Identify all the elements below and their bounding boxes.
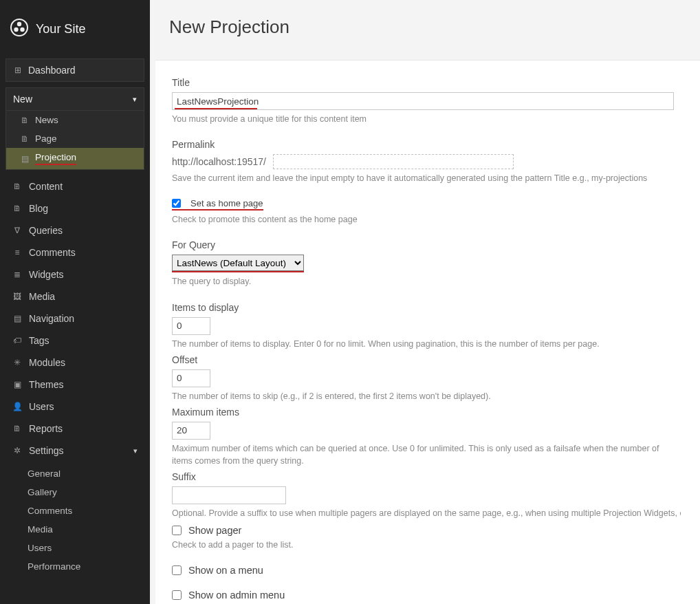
sidebar: Your Site ⊞ Dashboard New ▾ 🗎 News 🗎 Pag… (0, 0, 150, 604)
svg-point-1 (17, 22, 21, 26)
field-suffix: Suffix Optional. Provide a suffix to use… (172, 471, 700, 519)
media-icon: 🖼 (12, 292, 22, 301)
items-hint: The number of items to display. Enter 0 … (172, 338, 700, 350)
homepage-hint: Check to promote this content as the hom… (172, 213, 700, 226)
module-icon: ✳ (12, 358, 22, 367)
report-icon: 🗎 (12, 424, 22, 433)
max-hint: Maximum number of items which can be que… (172, 442, 681, 467)
field-max: Maximum items Maximum number of items wh… (172, 407, 700, 467)
field-offset: Offset The number of items to skip (e.g.… (172, 354, 700, 402)
homepage-label: Set as home page (190, 198, 263, 208)
show-menu-label: Show on a menu (188, 565, 263, 576)
title-hint: You must provide a unique title for this… (172, 113, 700, 125)
sidebar-item-label: Projection (35, 152, 76, 165)
show-admin-label: Show on admin menu (188, 590, 285, 601)
field-items: Items to display The number of items to … (172, 302, 700, 350)
sidebar-item-blog[interactable]: 🗎 Blog (0, 197, 150, 219)
chevron-down-icon: ▾ (133, 95, 137, 104)
settings-media[interactable]: Media (28, 520, 150, 539)
items-input[interactable] (172, 317, 210, 335)
sidebar-new-list: 🗎 News 🗎 Page ▤ Projection (6, 111, 144, 170)
show-admin-checkbox[interactable] (172, 590, 182, 600)
sidebar-item-label: Navigation (29, 313, 74, 324)
highlight-underline (175, 108, 257, 109)
sidebar-item-label: Modules (29, 357, 65, 368)
page-title: New Projection (150, 0, 700, 60)
sidebar-item-themes[interactable]: ▣ Themes (0, 374, 150, 396)
sidebar-item-label: Settings (29, 445, 64, 456)
settings-gallery[interactable]: Gallery (28, 483, 150, 501)
settings-general[interactable]: General (28, 464, 150, 483)
query-select[interactable]: LastNews (Default Layout) (172, 255, 304, 271)
sidebar-new-header[interactable]: New ▾ (6, 87, 144, 111)
list-icon: ▤ (12, 314, 22, 323)
sidebar-item-label: Reports (29, 423, 63, 434)
field-permalink: Permalink http://localhost:19517/ Save t… (172, 139, 700, 184)
suffix-input[interactable] (172, 486, 286, 504)
doc-icon: 🗎 (20, 134, 30, 144)
sidebar-item-label: Queries (29, 225, 63, 236)
sidebar-item-label: Tags (29, 335, 50, 346)
permalink-label: Permalink (172, 139, 700, 150)
chevron-down-icon: ▾ (133, 446, 138, 455)
svg-point-3 (20, 28, 24, 32)
pager-label: Show pager (188, 525, 241, 536)
sidebar-item-label: Media (29, 291, 55, 302)
sidebar-new-news[interactable]: 🗎 News (6, 111, 144, 129)
sidebar-item-settings[interactable]: ✲ Settings ▾ (0, 440, 150, 462)
homepage-checkbox[interactable] (172, 199, 181, 208)
max-label: Maximum items (172, 407, 700, 418)
doc-icon: 🗎 (12, 182, 22, 191)
sidebar-item-label: Themes (29, 379, 64, 390)
permalink-input[interactable] (273, 154, 514, 169)
form-panel: Title You must provide a unique title fo… (155, 60, 700, 604)
items-label: Items to display (172, 302, 700, 313)
sidebar-item-widgets[interactable]: ≣ Widgets (0, 263, 150, 285)
sidebar-item-tags[interactable]: 🏷 Tags (0, 330, 150, 352)
offset-input[interactable] (172, 369, 210, 387)
field-show-menu: Show on a menu (172, 565, 700, 576)
sidebar-item-queries[interactable]: ∇ Queries (0, 219, 150, 241)
new-label: New (13, 94, 32, 105)
dashboard-icon: ⊞ (13, 65, 23, 75)
sidebar-item-comments[interactable]: ≡ Comments (0, 241, 150, 263)
settings-users[interactable]: Users (28, 539, 150, 557)
sidebar-item-label: Blog (29, 203, 48, 214)
doc-icon: 🗎 (12, 204, 22, 213)
pager-checkbox[interactable] (172, 526, 182, 535)
max-input[interactable] (172, 422, 210, 440)
doc-icon: 🗎 (20, 116, 30, 125)
sidebar-dashboard[interactable]: ⊞ Dashboard (6, 58, 144, 82)
sidebar-item-modules[interactable]: ✳ Modules (0, 352, 150, 374)
sidebar-item-media[interactable]: 🖼 Media (0, 285, 150, 308)
sidebar-item-reports[interactable]: 🗎 Reports (0, 418, 150, 440)
settings-comments[interactable]: Comments (28, 501, 150, 520)
sidebar-item-content[interactable]: 🗎 Content (0, 175, 150, 197)
widget-icon: ≣ (12, 270, 22, 279)
sidebar-new-projection[interactable]: ▤ Projection (6, 148, 144, 169)
sidebar-item-label: News (35, 115, 58, 125)
field-query: For Query LastNews (Default Layout) The … (172, 239, 700, 288)
sidebar-item-users[interactable]: 👤 Users (0, 396, 150, 418)
tag-icon: 🏷 (12, 336, 22, 345)
pager-hint: Check to add a pager to the list. (172, 539, 700, 551)
sidebar-new-page[interactable]: 🗎 Page (6, 129, 144, 148)
sidebar-item-navigation[interactable]: ▤ Navigation (0, 308, 150, 330)
query-hint: The query to display. (172, 275, 700, 288)
field-homepage: Set as home page Check to promote this c… (172, 198, 700, 226)
sidebar-item-label: Widgets (29, 269, 64, 280)
permalink-prefix: http://localhost:19517/ (172, 156, 266, 167)
settings-performance[interactable]: Performance (28, 557, 150, 576)
list-icon: ▤ (20, 154, 30, 164)
sidebar-settings-sub: General Gallery Comments Media Users Per… (28, 464, 150, 576)
user-icon: 👤 (12, 402, 22, 411)
gear-icon: ✲ (12, 446, 22, 455)
suffix-label: Suffix (172, 471, 700, 482)
show-menu-checkbox[interactable] (172, 565, 182, 575)
svg-point-0 (11, 19, 28, 36)
suffix-hint: Optional. Provide a suffix to use when m… (172, 507, 681, 519)
offset-hint: The number of items to skip (e.g., if 2 … (172, 390, 700, 402)
brand[interactable]: Your Site (0, 0, 150, 58)
logo-icon (10, 18, 29, 41)
field-title: Title You must provide a unique title fo… (172, 77, 700, 125)
